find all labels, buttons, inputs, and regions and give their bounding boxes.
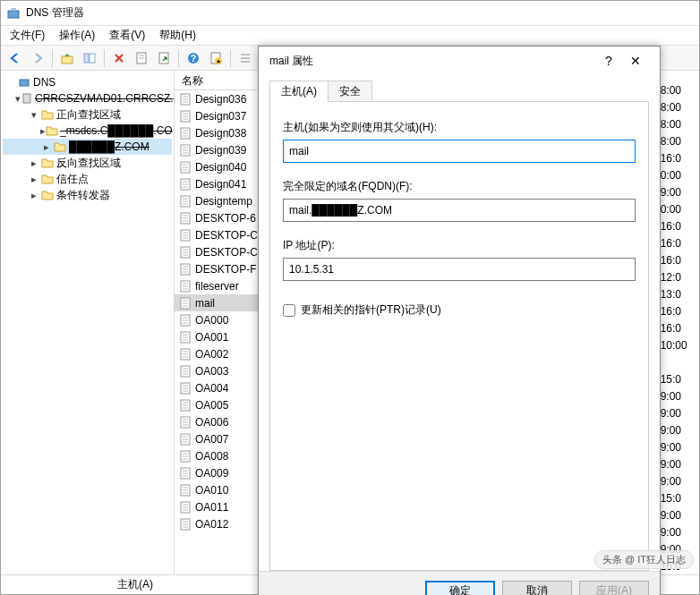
list-item-label: OA011: [195, 501, 228, 514]
fqdn-input: [283, 199, 636, 222]
expand-icon[interactable]: ▸: [28, 174, 40, 185]
tree-label: _msdcs.C██████.CO: [60, 124, 173, 137]
folder-icon: [40, 188, 55, 202]
folder-icon: [46, 123, 58, 138]
record-icon: [178, 415, 192, 429]
record-icon: [178, 228, 192, 242]
back-button[interactable]: [4, 47, 26, 69]
record-icon: [178, 262, 192, 276]
list-item-label: DESKTOP-6: [195, 212, 256, 225]
record-icon: [178, 364, 192, 378]
list-item-label: DESKTOP-F: [195, 263, 256, 276]
tree-label: CRRCSZVMAD01.CRRCSZ.: [35, 92, 174, 105]
ptr-checkbox-row[interactable]: 更新相关的指针(PTR)记录(U): [283, 302, 636, 318]
list-item-label: Design040: [195, 161, 246, 174]
toolbar-separator: [52, 49, 53, 67]
list-item-label: OA012: [195, 518, 228, 531]
tree-label: 信任点: [56, 172, 89, 187]
menu-view[interactable]: 查看(V): [104, 26, 150, 45]
record-icon: [178, 432, 192, 446]
toolbar-separator: [230, 49, 231, 67]
menu-help[interactable]: 帮助(H): [154, 26, 201, 45]
tree-label: 条件转发器: [56, 188, 110, 203]
tree-item[interactable]: ▸██████Z.COM: [3, 139, 172, 155]
folder-icon: [53, 140, 67, 154]
export-button[interactable]: [153, 47, 175, 69]
list-item-label: Design036: [195, 93, 246, 106]
up-button[interactable]: [56, 47, 78, 69]
svg-text:★: ★: [216, 58, 221, 64]
expand-icon[interactable]: ▸: [28, 190, 40, 201]
folder-icon: [40, 107, 55, 122]
list-item-label: OA010: [195, 484, 228, 497]
properties-button[interactable]: [131, 47, 152, 69]
expand-icon[interactable]: ▸: [40, 141, 53, 153]
dns-icon: [17, 75, 31, 89]
tab-host[interactable]: 主机(A): [269, 81, 329, 101]
cancel-button[interactable]: 取消: [502, 581, 572, 596]
list-item-label: OA006: [195, 416, 228, 429]
list-item-label: Designtemp: [195, 195, 252, 208]
tree-item[interactable]: ▸信任点: [3, 171, 172, 187]
folder-icon: [40, 172, 55, 186]
list-button-1[interactable]: [235, 47, 256, 69]
show-hide-button[interactable]: [79, 47, 100, 69]
tree-label: 反向查找区域: [56, 156, 121, 171]
svg-rect-1: [11, 8, 16, 11]
list-item-label: Design039: [195, 144, 246, 157]
tree-root[interactable]: · DNS: [3, 74, 172, 90]
expand-icon[interactable]: ▾: [28, 109, 40, 121]
tree-item[interactable]: ▸_msdcs.C██████.CO: [3, 123, 172, 139]
record-icon: [178, 483, 192, 497]
ip-label: IP 地址(P):: [283, 238, 636, 253]
list-item-label: fileserver: [195, 280, 239, 293]
tree-label: DNS: [33, 76, 55, 89]
dialog-titlebar[interactable]: mail 属性 ? ✕: [259, 47, 660, 75]
help-icon[interactable]: ?: [595, 54, 622, 68]
record-icon: [178, 160, 192, 174]
forward-button[interactable]: [27, 47, 48, 69]
record-icon: [178, 500, 192, 514]
ptr-label: 更新相关的指针(PTR)记录(U): [301, 302, 441, 318]
record-icon: [178, 381, 192, 395]
apply-button[interactable]: 应用(A): [579, 581, 649, 596]
svg-rect-22: [23, 94, 30, 103]
close-icon[interactable]: ✕: [622, 54, 649, 68]
tree-server[interactable]: ▾ CRRCSZVMAD01.CRRCSZ.: [3, 90, 172, 106]
record-icon: [178, 109, 192, 123]
tree-item[interactable]: ▸反向查找区域: [3, 155, 172, 171]
dialog-tabs: 主机(A) 安全: [269, 81, 649, 102]
delete-button[interactable]: [108, 47, 130, 69]
menu-action[interactable]: 操作(A): [54, 26, 100, 45]
tree-label: ██████Z.COM: [69, 140, 149, 153]
new-record-button[interactable]: ★: [205, 47, 226, 69]
menu-file[interactable]: 文件(F): [4, 26, 50, 45]
list-item-label: DESKTOP-C: [195, 229, 258, 242]
record-icon: [178, 466, 192, 480]
list-item-label: mail: [195, 297, 215, 310]
record-icon: [178, 398, 192, 412]
list-item-label: OA008: [195, 450, 228, 463]
record-icon: [178, 211, 192, 225]
ptr-checkbox[interactable]: [283, 304, 295, 317]
record-icon: [178, 449, 192, 463]
app-icon: [6, 6, 21, 21]
toolbar-separator: [104, 49, 105, 67]
expand-icon[interactable]: ▸: [28, 157, 40, 169]
host-input[interactable]: [283, 140, 636, 163]
window-title: DNS 管理器: [26, 5, 84, 21]
svg-rect-4: [90, 54, 95, 63]
list-item-label: Design037: [195, 110, 246, 123]
tab-security[interactable]: 安全: [328, 81, 372, 101]
record-icon: [178, 245, 192, 259]
properties-dialog: mail 属性 ? ✕ 主机(A) 安全 主机(如果为空则使用其父域)(H): …: [258, 46, 661, 595]
tree-item[interactable]: ▸条件转发器: [3, 187, 172, 203]
ok-button[interactable]: 确定: [425, 581, 495, 596]
list-item-label: OA003: [195, 365, 228, 378]
svg-rect-0: [8, 11, 19, 18]
svg-text:?: ?: [191, 54, 196, 64]
ip-input[interactable]: [283, 258, 636, 281]
help-button[interactable]: ?: [183, 47, 204, 69]
tree-item[interactable]: ▾正向查找区域: [3, 106, 172, 123]
tree-label: 正向查找区域: [56, 107, 121, 123]
